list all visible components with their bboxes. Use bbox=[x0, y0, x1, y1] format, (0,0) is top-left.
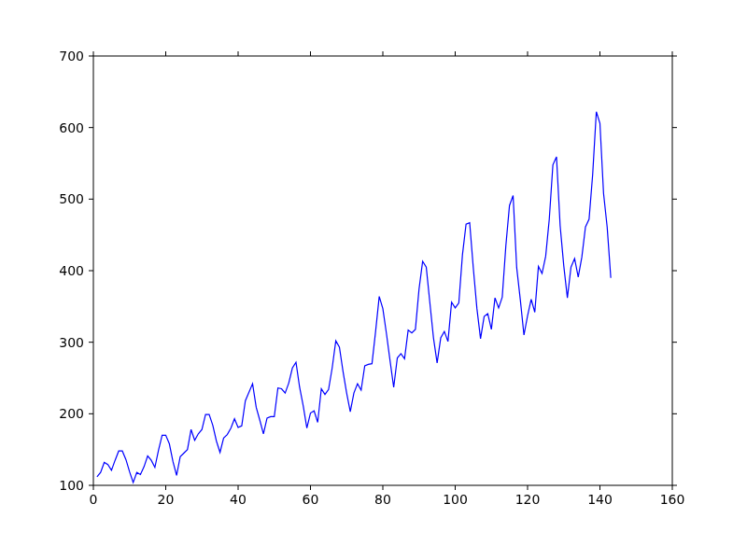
x-tick-label: 120 bbox=[515, 492, 541, 507]
x-tick-label: 40 bbox=[230, 492, 247, 507]
chart-container: 020406080100120140160 100200300400500600… bbox=[0, 0, 747, 560]
data-series-line bbox=[97, 112, 611, 483]
y-tick-label: 200 bbox=[59, 406, 84, 421]
y-tick-label: 100 bbox=[59, 478, 84, 493]
y-tick-label: 500 bbox=[59, 191, 84, 206]
y-axis-ticks: 100200300400500600700 bbox=[59, 49, 677, 493]
y-tick-label: 600 bbox=[59, 120, 84, 135]
x-tick-label: 100 bbox=[443, 492, 468, 507]
y-tick-label: 300 bbox=[59, 335, 84, 350]
x-tick-label: 160 bbox=[660, 492, 685, 507]
x-tick-label: 140 bbox=[587, 492, 613, 507]
y-tick-label: 700 bbox=[59, 49, 84, 63]
line-chart: 020406080100120140160 100200300400500600… bbox=[0, 0, 747, 560]
x-tick-label: 60 bbox=[303, 492, 319, 507]
plot-border bbox=[93, 56, 672, 485]
x-tick-label: 80 bbox=[374, 492, 391, 507]
x-tick-label: 0 bbox=[90, 492, 98, 507]
x-tick-label: 20 bbox=[158, 492, 175, 507]
y-tick-label: 400 bbox=[59, 263, 84, 278]
